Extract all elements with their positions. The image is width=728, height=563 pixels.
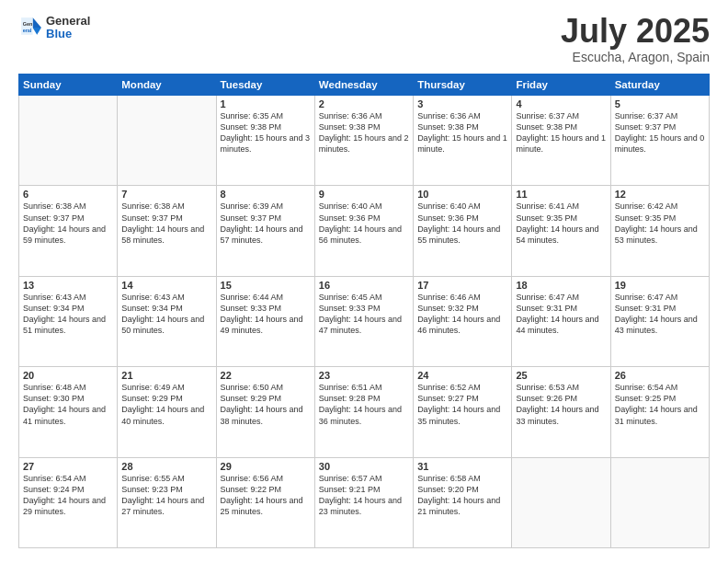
weekday-header-saturday: Saturday bbox=[610, 75, 709, 96]
weekday-header-thursday: Thursday bbox=[414, 75, 512, 96]
day-number: 8 bbox=[221, 189, 311, 200]
day-content: Sunrise: 6:40 AM Sunset: 9:36 PM Dayligh… bbox=[319, 201, 409, 246]
day-content: Sunrise: 6:56 AM Sunset: 9:22 PM Dayligh… bbox=[221, 473, 311, 518]
day-number: 26 bbox=[615, 370, 705, 381]
day-content: Sunrise: 6:53 AM Sunset: 9:26 PM Dayligh… bbox=[516, 382, 606, 427]
calendar-cell: 31Sunrise: 6:58 AM Sunset: 9:20 PM Dayli… bbox=[414, 457, 512, 547]
day-content: Sunrise: 6:52 AM Sunset: 9:27 PM Dayligh… bbox=[417, 382, 507, 427]
calendar-cell: 21Sunrise: 6:49 AM Sunset: 9:29 PM Dayli… bbox=[118, 367, 216, 457]
day-content: Sunrise: 6:43 AM Sunset: 9:34 PM Dayligh… bbox=[23, 292, 113, 337]
calendar-cell: 22Sunrise: 6:50 AM Sunset: 9:29 PM Dayli… bbox=[216, 367, 314, 457]
day-content: Sunrise: 6:37 AM Sunset: 9:38 PM Dayligh… bbox=[516, 110, 606, 155]
day-content: Sunrise: 6:42 AM Sunset: 9:35 PM Dayligh… bbox=[615, 201, 705, 246]
calendar-table: SundayMondayTuesdayWednesdayThursdayFrid… bbox=[18, 74, 710, 548]
calendar-cell: 30Sunrise: 6:57 AM Sunset: 9:21 PM Dayli… bbox=[314, 457, 413, 547]
calendar-cell bbox=[610, 457, 709, 547]
logo: Gen eral General Blue bbox=[18, 15, 90, 41]
weekday-header-friday: Friday bbox=[512, 75, 610, 96]
day-content: Sunrise: 6:38 AM Sunset: 9:37 PM Dayligh… bbox=[121, 201, 211, 246]
day-number: 14 bbox=[121, 280, 211, 291]
day-number: 29 bbox=[221, 461, 311, 472]
calendar-cell: 10Sunrise: 6:40 AM Sunset: 9:36 PM Dayli… bbox=[414, 186, 512, 276]
day-number: 10 bbox=[417, 189, 507, 200]
day-number: 15 bbox=[221, 280, 311, 291]
day-number: 27 bbox=[23, 461, 113, 472]
calendar-cell: 5Sunrise: 6:37 AM Sunset: 9:37 PM Daylig… bbox=[610, 96, 709, 186]
calendar-cell: 16Sunrise: 6:45 AM Sunset: 9:33 PM Dayli… bbox=[314, 276, 413, 366]
calendar-cell: 9Sunrise: 6:40 AM Sunset: 9:36 PM Daylig… bbox=[314, 186, 413, 276]
day-content: Sunrise: 6:41 AM Sunset: 9:35 PM Dayligh… bbox=[516, 201, 606, 246]
calendar-cell: 6Sunrise: 6:38 AM Sunset: 9:37 PM Daylig… bbox=[19, 186, 118, 276]
day-number: 7 bbox=[121, 189, 211, 200]
svg-marker-1 bbox=[33, 28, 41, 35]
day-content: Sunrise: 6:36 AM Sunset: 9:38 PM Dayligh… bbox=[319, 110, 409, 155]
calendar-cell: 27Sunrise: 6:54 AM Sunset: 9:24 PM Dayli… bbox=[19, 457, 118, 547]
day-number: 21 bbox=[121, 370, 211, 381]
day-content: Sunrise: 6:36 AM Sunset: 9:38 PM Dayligh… bbox=[417, 110, 507, 155]
month-title: July 2025 bbox=[561, 15, 710, 48]
page: Gen eral General Blue July 2025 Escucha,… bbox=[0, 0, 728, 563]
calendar-cell: 1Sunrise: 6:35 AM Sunset: 9:38 PM Daylig… bbox=[216, 96, 314, 186]
calendar-cell: 4Sunrise: 6:37 AM Sunset: 9:38 PM Daylig… bbox=[512, 96, 610, 186]
day-content: Sunrise: 6:44 AM Sunset: 9:33 PM Dayligh… bbox=[221, 292, 311, 337]
calendar-cell bbox=[118, 96, 216, 186]
location-title: Escucha, Aragon, Spain bbox=[561, 50, 710, 64]
day-content: Sunrise: 6:35 AM Sunset: 9:38 PM Dayligh… bbox=[221, 110, 311, 155]
calendar-cell: 11Sunrise: 6:41 AM Sunset: 9:35 PM Dayli… bbox=[512, 186, 610, 276]
logo-blue: Blue bbox=[46, 28, 90, 40]
day-number: 23 bbox=[319, 370, 409, 381]
logo-general: General bbox=[46, 15, 90, 28]
day-number: 30 bbox=[319, 461, 409, 472]
header: Gen eral General Blue July 2025 Escucha,… bbox=[18, 15, 710, 64]
calendar-cell bbox=[512, 457, 610, 547]
day-content: Sunrise: 6:40 AM Sunset: 9:36 PM Dayligh… bbox=[417, 201, 507, 246]
calendar-cell: 3Sunrise: 6:36 AM Sunset: 9:38 PM Daylig… bbox=[414, 96, 512, 186]
calendar-cell: 12Sunrise: 6:42 AM Sunset: 9:35 PM Dayli… bbox=[610, 186, 709, 276]
day-content: Sunrise: 6:54 AM Sunset: 9:24 PM Dayligh… bbox=[23, 473, 113, 518]
day-content: Sunrise: 6:38 AM Sunset: 9:37 PM Dayligh… bbox=[23, 201, 113, 246]
calendar-cell: 23Sunrise: 6:51 AM Sunset: 9:28 PM Dayli… bbox=[314, 367, 413, 457]
calendar-cell: 18Sunrise: 6:47 AM Sunset: 9:31 PM Dayli… bbox=[512, 276, 610, 366]
day-number: 20 bbox=[23, 370, 113, 381]
day-content: Sunrise: 6:39 AM Sunset: 9:37 PM Dayligh… bbox=[221, 201, 311, 246]
calendar-cell: 25Sunrise: 6:53 AM Sunset: 9:26 PM Dayli… bbox=[512, 367, 610, 457]
day-number: 12 bbox=[615, 189, 705, 200]
weekday-header-tuesday: Tuesday bbox=[216, 75, 314, 96]
calendar-cell: 26Sunrise: 6:54 AM Sunset: 9:25 PM Dayli… bbox=[610, 367, 709, 457]
calendar-cell bbox=[19, 96, 118, 186]
svg-text:eral: eral bbox=[23, 28, 32, 33]
day-content: Sunrise: 6:57 AM Sunset: 9:21 PM Dayligh… bbox=[319, 473, 409, 518]
day-number: 11 bbox=[516, 189, 606, 200]
day-number: 3 bbox=[417, 98, 507, 109]
title-block: July 2025 Escucha, Aragon, Spain bbox=[561, 15, 710, 64]
calendar-cell: 13Sunrise: 6:43 AM Sunset: 9:34 PM Dayli… bbox=[19, 276, 118, 366]
day-number: 1 bbox=[221, 98, 311, 109]
weekday-header-wednesday: Wednesday bbox=[314, 75, 413, 96]
day-number: 24 bbox=[417, 370, 507, 381]
calendar-cell: 19Sunrise: 6:47 AM Sunset: 9:31 PM Dayli… bbox=[610, 276, 709, 366]
svg-text:Gen: Gen bbox=[23, 21, 33, 27]
day-number: 31 bbox=[417, 461, 507, 472]
day-content: Sunrise: 6:43 AM Sunset: 9:34 PM Dayligh… bbox=[121, 292, 211, 337]
day-number: 22 bbox=[221, 370, 311, 381]
day-content: Sunrise: 6:58 AM Sunset: 9:20 PM Dayligh… bbox=[417, 473, 507, 518]
logo-icon: Gen eral bbox=[18, 15, 44, 40]
day-content: Sunrise: 6:54 AM Sunset: 9:25 PM Dayligh… bbox=[615, 382, 705, 427]
calendar-cell: 8Sunrise: 6:39 AM Sunset: 9:37 PM Daylig… bbox=[216, 186, 314, 276]
calendar-cell: 24Sunrise: 6:52 AM Sunset: 9:27 PM Dayli… bbox=[414, 367, 512, 457]
day-number: 5 bbox=[615, 98, 705, 109]
logo-text: General Blue bbox=[46, 15, 90, 41]
day-number: 13 bbox=[23, 280, 113, 291]
day-number: 28 bbox=[121, 461, 211, 472]
day-content: Sunrise: 6:48 AM Sunset: 9:30 PM Dayligh… bbox=[23, 382, 113, 427]
day-content: Sunrise: 6:46 AM Sunset: 9:32 PM Dayligh… bbox=[417, 292, 507, 337]
calendar-week-row: 1Sunrise: 6:35 AM Sunset: 9:38 PM Daylig… bbox=[19, 96, 710, 186]
calendar-cell: 29Sunrise: 6:56 AM Sunset: 9:22 PM Dayli… bbox=[216, 457, 314, 547]
calendar-cell: 28Sunrise: 6:55 AM Sunset: 9:23 PM Dayli… bbox=[118, 457, 216, 547]
calendar-week-row: 27Sunrise: 6:54 AM Sunset: 9:24 PM Dayli… bbox=[19, 457, 710, 547]
day-number: 4 bbox=[516, 98, 606, 109]
calendar-cell: 17Sunrise: 6:46 AM Sunset: 9:32 PM Dayli… bbox=[414, 276, 512, 366]
calendar-week-row: 20Sunrise: 6:48 AM Sunset: 9:30 PM Dayli… bbox=[19, 367, 710, 457]
day-content: Sunrise: 6:51 AM Sunset: 9:28 PM Dayligh… bbox=[319, 382, 409, 427]
day-number: 19 bbox=[615, 280, 705, 291]
